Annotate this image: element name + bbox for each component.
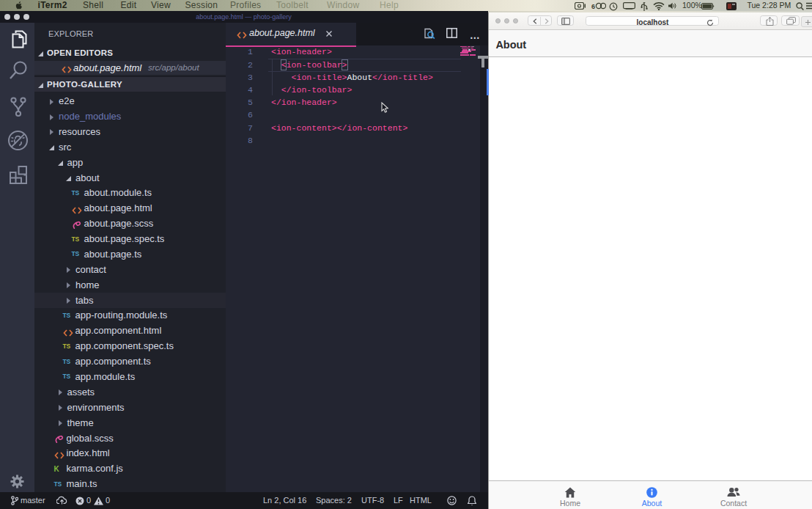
svg-text:6: 6 xyxy=(591,3,595,10)
